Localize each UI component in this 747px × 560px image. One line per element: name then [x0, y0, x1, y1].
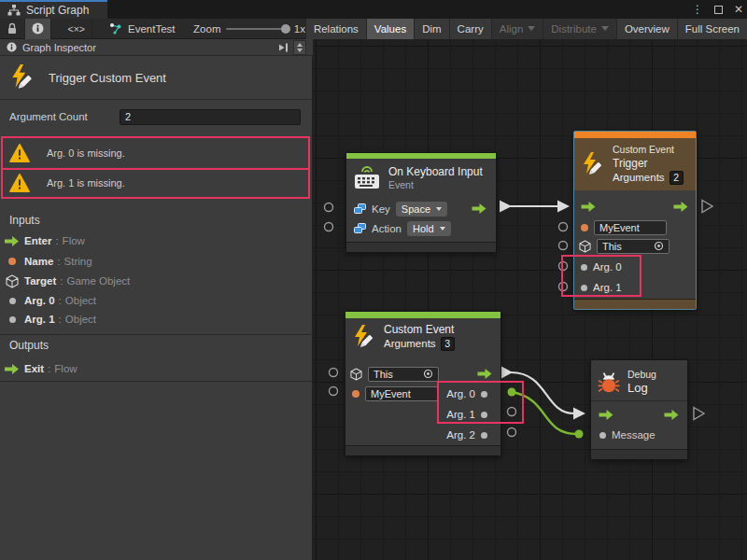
game-object-cube-icon	[6, 274, 19, 288]
panel-spinner[interactable]	[293, 40, 306, 55]
debug-log-node[interactable]: Debug Log Message	[590, 359, 688, 460]
collapse-panel-icon[interactable]	[279, 42, 289, 53]
target-field[interactable]: This	[597, 239, 669, 254]
flow-output-port-triangle[interactable]	[694, 408, 704, 420]
chevron-down-icon	[601, 26, 609, 31]
port-row-arg1: Arg. 1:Object	[0, 310, 313, 329]
input-port[interactable]	[325, 223, 333, 231]
spinner-down-icon[interactable]	[297, 49, 303, 52]
close-icon[interactable]: ✕	[734, 0, 743, 19]
zoom-value: 1x	[294, 23, 305, 35]
input-port[interactable]	[559, 223, 568, 231]
outputs-header: Outputs	[9, 339, 49, 352]
action-label: Action	[372, 223, 402, 234]
tab-script-graph[interactable]: Script Graph	[0, 0, 107, 19]
argument-count-row: Argument Count 2	[0, 100, 313, 136]
arguments-count-field[interactable]: 3	[441, 337, 455, 351]
node-subtitle: Event	[388, 179, 483, 191]
align-button[interactable]: Align	[491, 19, 543, 39]
maximize-icon[interactable]	[714, 6, 723, 14]
event-name-row: MyEvent	[581, 218, 667, 236]
output-port[interactable]	[508, 408, 516, 416]
arg-row: Arg. 1	[581, 279, 622, 296]
object-value-icon	[481, 432, 487, 439]
flow-input-arrow[interactable]	[581, 202, 597, 212]
input-port[interactable]	[330, 369, 338, 377]
code-view-button[interactable]: <×>	[62, 19, 92, 39]
node-category: Custom Event	[613, 144, 684, 156]
flow-output-arrow[interactable]	[664, 410, 680, 420]
warnings-highlight-box: Arg. 0 is missing. Arg. 1 is missing.	[1, 136, 310, 199]
flow-wire-arrowhead	[557, 201, 570, 213]
object-value-icon	[599, 432, 606, 439]
target-field[interactable]: This	[368, 367, 439, 382]
string-value-icon	[352, 390, 359, 398]
zoom-slider[interactable]	[226, 28, 288, 30]
warning-row: Arg. 0 is missing.	[3, 138, 308, 168]
lock-icon	[7, 22, 18, 35]
graph-toolbar: <×> EventTest Zoom 1x Relations Values D…	[0, 19, 747, 39]
node-title: Log	[627, 381, 656, 396]
overview-button[interactable]: Overview	[616, 19, 677, 39]
connected-value-port[interactable]	[575, 430, 584, 439]
window-menu-icon[interactable]: ⋮	[692, 0, 703, 19]
custom-event-icon	[352, 324, 376, 350]
carry-button[interactable]: Carry	[449, 19, 491, 39]
graph-inspector-panel: Graph Inspector	[0, 39, 313, 560]
trigger-custom-event-node[interactable]: Custom Event Trigger Arguments 2 MyEvent	[573, 131, 697, 310]
inspector-toggle-button[interactable]	[25, 19, 51, 39]
custom-event-icon	[581, 151, 605, 177]
input-port[interactable]	[559, 242, 568, 250]
port-row-enter: Enter:Flow	[0, 231, 313, 250]
flow-output-arrow[interactable]	[472, 203, 487, 214]
input-binding-icon	[354, 203, 366, 215]
graph-name: EventTest	[128, 23, 176, 35]
action-dropdown[interactable]: Hold	[407, 221, 451, 236]
values-button[interactable]: Values	[366, 19, 414, 39]
argument-count-field[interactable]: 2	[120, 109, 301, 125]
target-row: This	[350, 365, 439, 383]
game-object-cube-icon	[579, 240, 591, 253]
graph-asset-icon	[109, 22, 122, 35]
input-port[interactable]	[325, 203, 333, 212]
graph-breadcrumb[interactable]: EventTest	[109, 22, 176, 35]
distribute-button[interactable]: Distribute	[543, 19, 616, 39]
warning-text: Arg. 1 is missing.	[47, 177, 125, 189]
node-title: Trigger	[613, 157, 684, 171]
input-port[interactable]	[559, 262, 568, 271]
full-screen-button[interactable]: Full Screen	[677, 19, 747, 39]
warning-icon	[9, 144, 30, 162]
message-row: Message	[599, 427, 655, 443]
spinner-up-icon[interactable]	[297, 43, 303, 47]
custom-event-node[interactable]: Custom Event Arguments 3 This	[345, 311, 501, 456]
relations-button[interactable]: Relations	[305, 19, 366, 39]
input-port[interactable]	[330, 387, 338, 396]
graph-canvas[interactable]: On Keyboard Input Event Key Space	[313, 39, 747, 560]
zoom-slider-handle[interactable]	[281, 24, 290, 34]
flow-output-arrow[interactable]	[673, 202, 689, 212]
object-value-icon	[481, 391, 487, 398]
flow-output-arrow[interactable]	[477, 369, 493, 379]
flow-arrow-icon	[5, 236, 20, 246]
event-name-field[interactable]: MyEvent	[594, 220, 667, 235]
node-title: On Keyboard Input	[388, 165, 483, 179]
port-row-target: Target:Game Object	[0, 272, 313, 290]
input-port[interactable]	[559, 283, 568, 291]
object-picker-icon[interactable]	[423, 369, 433, 379]
arguments-count-field[interactable]: 2	[669, 171, 684, 185]
output-port[interactable]	[508, 428, 516, 437]
arg-row: Arg. 0	[581, 259, 622, 275]
event-name-field[interactable]: MyEvent	[365, 386, 438, 401]
port-row-name: Name:String	[0, 252, 313, 271]
flow-input-arrow[interactable]	[599, 410, 614, 420]
warning-row: Arg. 1 is missing.	[3, 168, 308, 198]
object-picker-icon[interactable]	[654, 241, 664, 251]
dim-button[interactable]: Dim	[414, 19, 448, 39]
unit-title-section: Trigger Custom Event	[0, 56, 313, 100]
on-keyboard-input-node[interactable]: On Keyboard Input Event Key Space	[345, 152, 497, 253]
chevron-down-icon	[528, 26, 535, 31]
lock-button[interactable]	[0, 19, 25, 39]
key-dropdown[interactable]: Space	[396, 202, 447, 217]
connected-value-port[interactable]	[508, 388, 516, 397]
flow-output-port-triangle[interactable]	[702, 201, 712, 213]
